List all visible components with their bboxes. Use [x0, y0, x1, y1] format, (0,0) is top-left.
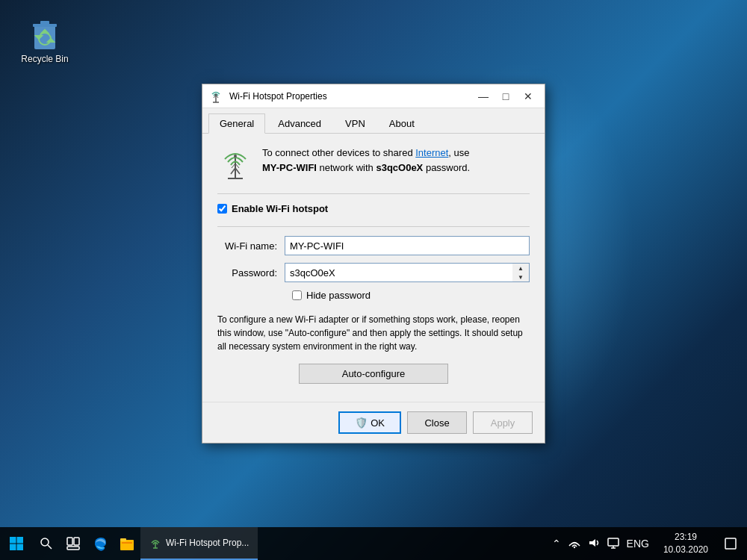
windows-logo-icon — [9, 536, 24, 551]
info-box: To connect other devices to shared Inter… — [217, 146, 530, 181]
dialog-title-text: Wi-Fi Hotspot Properties — [229, 91, 473, 102]
wifi-name-row: Wi-Fi name: — [217, 236, 530, 255]
svg-rect-27 — [120, 538, 126, 541]
hide-password-label[interactable]: Hide password — [306, 290, 371, 301]
enable-hotspot-label[interactable]: Enable Wi-Fi hotspot — [232, 203, 328, 214]
dialog-controls: — □ ✕ — [473, 88, 539, 105]
maximize-button[interactable]: □ — [495, 88, 516, 105]
svg-point-32 — [573, 546, 574, 547]
svg-rect-18 — [17, 537, 24, 544]
tray-network-icon[interactable] — [566, 537, 583, 551]
password-spinner: ▲ ▼ — [512, 263, 530, 282]
dialog-overlay: Wi-Fi Hotspot Properties — □ ✕ General A… — [0, 0, 747, 527]
notification-icon — [725, 538, 737, 550]
volume-icon — [588, 537, 600, 549]
tab-bar: General Advanced VPN About — [202, 108, 545, 134]
password-label: Password: — [217, 267, 285, 279]
divider-2 — [217, 226, 530, 227]
svg-rect-37 — [725, 538, 736, 549]
spinner-down-button[interactable]: ▼ — [512, 273, 529, 281]
auto-configure-button[interactable]: Auto-configure — [299, 364, 448, 384]
desktop: Recycle Bin Wi-Fi Hotspot Properties — [0, 0, 747, 560]
svg-point-16 — [234, 155, 237, 158]
taskbar-app-wifi[interactable]: Wi-Fi Hotspot Prop... — [140, 527, 258, 560]
system-tray: ⌃ — [544, 537, 657, 551]
tab-general[interactable]: General — [208, 113, 265, 134]
info-text-4: password. — [423, 162, 470, 173]
tab-about[interactable]: About — [378, 113, 426, 134]
notification-button[interactable] — [714, 527, 747, 560]
tray-volume-icon[interactable] — [586, 537, 602, 551]
info-text-1: To connect other devices to shared — [262, 147, 415, 158]
svg-point-21 — [41, 538, 49, 546]
close-button[interactable]: ✕ — [518, 88, 539, 105]
taskbar-app-label: Wi-Fi Hotspot Prop... — [166, 538, 249, 548]
dialog-buttons: 🛡️ OK Close Apply — [202, 402, 545, 443]
taskbar-date: 10.03.2020 — [663, 544, 708, 556]
svg-rect-23 — [67, 538, 72, 545]
password-row: Password: ▲ ▼ — [217, 263, 530, 282]
minimize-button[interactable]: — — [473, 88, 494, 105]
tab-vpn[interactable]: VPN — [334, 113, 376, 134]
taskbar-time: 23:19 — [675, 531, 697, 544]
wifi-name-label: Wi-Fi name: — [217, 240, 285, 252]
hide-password-checkbox[interactable] — [292, 290, 302, 300]
info-network: MY-PC-WIFI — [262, 162, 317, 173]
svg-line-22 — [48, 545, 52, 549]
hide-password-row: Hide password — [292, 290, 530, 301]
ok-label: OK — [371, 417, 385, 429]
ok-button[interactable]: 🛡️ OK — [338, 411, 401, 434]
ok-shield-icon: 🛡️ — [355, 417, 368, 429]
spinner-up-button[interactable]: ▲ — [512, 264, 529, 273]
dialog-title-icon — [208, 89, 223, 104]
svg-rect-20 — [17, 544, 24, 551]
dialog-content: To connect other devices to shared Inter… — [202, 134, 545, 402]
svg-rect-19 — [10, 544, 16, 551]
svg-rect-34 — [608, 538, 619, 546]
tray-chevron-icon[interactable]: ⌃ — [550, 538, 563, 550]
monitor-icon — [607, 537, 619, 549]
tab-advanced[interactable]: Advanced — [267, 113, 332, 134]
edge-icon — [92, 535, 108, 552]
svg-rect-28 — [122, 542, 132, 544]
taskbar-clock[interactable]: 23:19 10.03.2020 — [657, 531, 714, 556]
file-explorer-button[interactable] — [114, 527, 140, 560]
task-view-button[interactable] — [60, 527, 87, 560]
info-link[interactable]: Internet — [415, 147, 448, 158]
info-paragraph: To configure a new Wi-Fi adapter or if s… — [217, 313, 530, 353]
edge-browser-button[interactable] — [87, 527, 114, 560]
svg-rect-17 — [10, 537, 16, 544]
svg-rect-25 — [67, 547, 79, 550]
taskbar: Wi-Fi Hotspot Prop... ⌃ — [0, 527, 747, 560]
taskbar-search-button[interactable] — [33, 527, 60, 560]
svg-rect-26 — [120, 540, 134, 550]
explorer-icon — [119, 535, 135, 552]
start-button[interactable] — [0, 527, 33, 560]
info-text-3: network with — [317, 162, 376, 173]
search-icon — [40, 537, 53, 550]
svg-marker-33 — [589, 539, 595, 547]
close-dialog-button[interactable]: Close — [407, 411, 467, 434]
info-description: To connect other devices to shared Inter… — [262, 146, 470, 175]
wifi-antenna-svg — [217, 146, 253, 181]
enable-hotspot-checkbox[interactable] — [217, 204, 227, 214]
tray-monitor-icon[interactable] — [605, 537, 622, 551]
wifi-hotspot-dialog: Wi-Fi Hotspot Properties — □ ✕ General A… — [202, 84, 545, 444]
enable-hotspot-row: Enable Wi-Fi hotspot — [217, 203, 530, 214]
task-view-icon — [66, 537, 80, 550]
info-password-bold: s3qcO0eX — [376, 162, 423, 173]
wifi-name-input[interactable] — [285, 236, 530, 255]
divider-1 — [217, 193, 530, 194]
tray-lang-label[interactable]: ENG — [624, 538, 651, 550]
taskbar-wifi-icon — [149, 537, 161, 549]
svg-point-8 — [215, 93, 217, 96]
network-icon — [568, 537, 580, 549]
dialog-titlebar: Wi-Fi Hotspot Properties — □ ✕ — [202, 84, 545, 108]
password-wrapper: ▲ ▼ — [285, 263, 530, 282]
apply-button[interactable]: Apply — [473, 411, 533, 434]
svg-rect-24 — [74, 538, 79, 545]
info-text-2: , use — [448, 147, 469, 158]
password-input[interactable] — [285, 263, 512, 282]
